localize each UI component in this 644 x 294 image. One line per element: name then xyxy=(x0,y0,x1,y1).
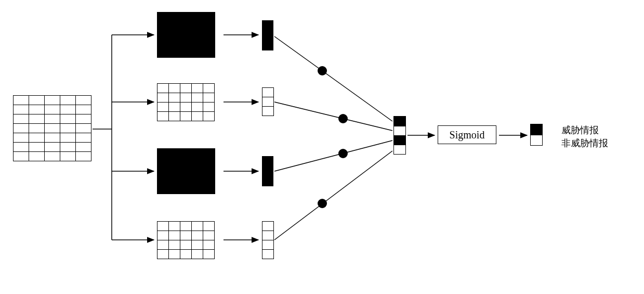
feature-vector-3 xyxy=(262,156,273,186)
conv-grid-2 xyxy=(157,83,215,121)
conv-block-2 xyxy=(157,83,215,121)
svg-line-13 xyxy=(274,140,392,171)
feature-vector-2 xyxy=(262,87,274,116)
output-label-nonthreat: 非威胁情报 xyxy=(561,137,608,149)
svg-point-15 xyxy=(318,66,327,75)
svg-point-18 xyxy=(318,199,327,208)
feature-vector-1 xyxy=(262,20,273,50)
svg-point-17 xyxy=(338,149,348,158)
output-label-threat: 威胁情报 xyxy=(561,124,599,136)
conv-block-1 xyxy=(157,12,215,58)
svg-line-14 xyxy=(274,151,392,240)
sigmoid-activation: Sigmoid xyxy=(438,125,496,144)
svg-point-16 xyxy=(338,114,348,123)
input-grid xyxy=(13,95,91,161)
sigmoid-label: Sigmoid xyxy=(450,129,485,141)
input-matrix xyxy=(13,95,91,161)
output-vector xyxy=(530,124,543,146)
conv-grid-4 xyxy=(157,221,215,259)
combined-vector xyxy=(393,116,406,155)
feature-vector-4 xyxy=(262,221,274,259)
conv-block-4 xyxy=(157,221,215,259)
svg-line-12 xyxy=(274,102,392,131)
svg-line-11 xyxy=(274,36,392,121)
diagram-connections xyxy=(0,0,644,294)
conv-block-3 xyxy=(157,148,215,194)
